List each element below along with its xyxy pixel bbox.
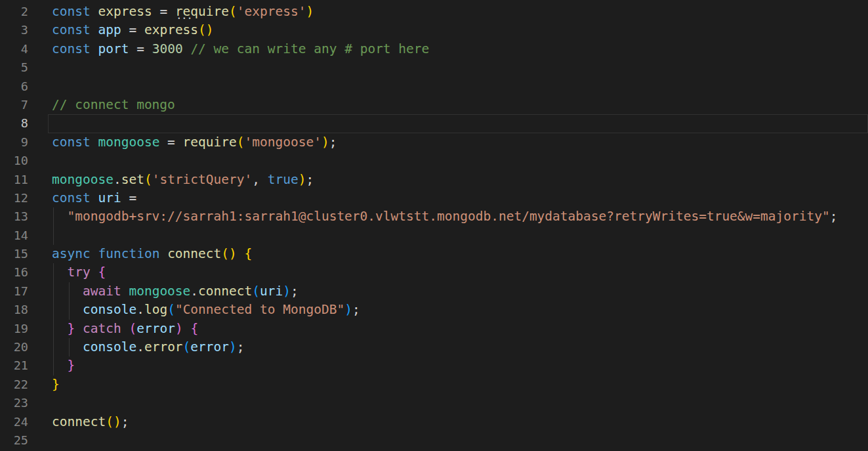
code-line-text[interactable]: mongoose.set('strictQuery', true); [52, 171, 868, 189]
code-line-text[interactable]: } [52, 376, 868, 394]
code-line[interactable]: 4const port = 3000 // we can write any #… [0, 40, 868, 58]
code-token: = [152, 4, 175, 19]
code-line[interactable]: 6 [0, 77, 868, 96]
code-line-text[interactable]: connect(); [52, 413, 868, 431]
code-token: ) [306, 4, 314, 19]
code-token [52, 284, 83, 299]
code-line[interactable]: 11mongoose.set('strictQuery', true); [0, 171, 868, 189]
code-line-text[interactable]: console.log("Connected to MongoDB"); [52, 301, 868, 319]
code-token: ( [237, 135, 245, 150]
code-token: { [190, 321, 198, 336]
line-number: 23 [0, 394, 28, 412]
code-token [52, 265, 67, 280]
code-line-text[interactable] [52, 394, 868, 412]
code-line-text[interactable]: console.error(error); [52, 338, 868, 356]
code-line-text[interactable]: } [52, 356, 868, 375]
code-line[interactable]: 19 } catch (error) { [0, 320, 868, 338]
code-token: catch [83, 321, 121, 336]
line-number: 13 [0, 207, 28, 226]
code-line[interactable]: 16 try { [0, 263, 868, 282]
line-number: 7 [0, 96, 28, 114]
code-area[interactable]: 2const express = require('express')3cons… [0, 3, 868, 450]
code-token: express [144, 22, 198, 37]
code-token: port [98, 41, 129, 56]
code-line-text[interactable] [52, 226, 868, 245]
code-line[interactable]: 9const mongoose = require('mongoose'); [0, 133, 868, 152]
line-number: 22 [0, 376, 28, 394]
code-line-text[interactable]: const express = require('express') [52, 3, 868, 21]
indent-guide [53, 226, 54, 245]
code-line[interactable]: 25 [0, 431, 868, 450]
code-token: () [198, 22, 213, 37]
code-line-text[interactable]: const app = express() [52, 21, 868, 39]
code-token: try [67, 265, 90, 280]
code-editor[interactable]: 2const express = require('express')3cons… [0, 0, 868, 451]
code-line-text[interactable] [52, 431, 868, 450]
code-token: } [67, 358, 75, 373]
code-token: , [252, 172, 267, 187]
code-line[interactable]: 2const express = require('express') [0, 3, 868, 21]
code-line[interactable]: 18 console.log("Connected to MongoDB"); [0, 301, 868, 319]
code-token: error [136, 321, 175, 336]
code-line[interactable]: 15async function connect() { [0, 245, 868, 263]
code-token: async [52, 246, 91, 261]
line-number: 19 [0, 320, 28, 338]
line-number: 9 [0, 133, 28, 152]
code-line-active[interactable]: 8 [0, 114, 868, 133]
code-line[interactable]: 3const app = express() [0, 21, 868, 39]
code-token: . [190, 284, 198, 299]
indent-guide [53, 263, 54, 282]
code-line-text[interactable]: // connect mongo [52, 96, 868, 114]
code-line-text[interactable]: "mongodb+srv://sarrah1:sarrah1@cluster0.… [52, 207, 868, 226]
code-line-text[interactable] [52, 114, 868, 133]
code-line-text[interactable]: const uri = [52, 189, 868, 207]
code-line[interactable]: 20 console.error(error); [0, 338, 868, 356]
code-line[interactable]: 13 "mongodb+srv://sarrah1:sarrah1@cluste… [0, 207, 868, 226]
code-line[interactable]: 5 [0, 58, 868, 77]
code-token: = [129, 41, 152, 56]
line-number: 17 [0, 282, 28, 301]
code-token: = [121, 22, 144, 37]
code-token: ) [344, 302, 352, 317]
code-token: { [98, 265, 106, 280]
line-number: 18 [0, 301, 28, 319]
code-token: await [83, 284, 121, 299]
code-token: } [67, 321, 75, 336]
code-line-text[interactable] [52, 77, 868, 96]
line-number: 8 [0, 114, 28, 133]
code-line[interactable]: 12const uri = [0, 189, 868, 207]
code-token: const [52, 4, 91, 19]
code-line-text[interactable]: try { [52, 263, 868, 282]
code-token [183, 321, 191, 336]
code-token: ( [229, 4, 237, 19]
code-line[interactable]: 10 [0, 152, 868, 170]
code-line-text[interactable]: await mongoose.connect(uri); [52, 282, 868, 301]
code-line[interactable]: 21 } [0, 356, 868, 375]
indent-guide [69, 282, 70, 301]
code-line-text[interactable] [52, 58, 868, 77]
line-number: 4 [0, 40, 28, 58]
code-line-text[interactable]: } catch (error) { [52, 320, 868, 338]
code-line[interactable]: 22} [0, 376, 868, 394]
code-line-text[interactable]: const port = 3000 // we can write any # … [52, 40, 868, 58]
code-line[interactable]: 24connect(); [0, 413, 868, 431]
code-token: ; [830, 209, 838, 224]
code-token: const [52, 190, 91, 205]
code-token: // we can write any # port here [190, 41, 429, 56]
code-line-text[interactable]: const mongoose = require('mongoose'); [52, 133, 868, 152]
code-line-text[interactable]: async function connect() { [52, 245, 868, 263]
code-token: = [121, 190, 136, 205]
code-line[interactable]: 14 [0, 226, 868, 245]
code-token: set [121, 172, 144, 187]
code-token: log [144, 302, 167, 317]
code-line[interactable]: 7// connect mongo [0, 96, 868, 114]
code-line[interactable]: 23 [0, 394, 868, 412]
code-token [121, 284, 129, 299]
code-token: mongoose [52, 172, 114, 187]
code-line-text[interactable] [52, 152, 868, 170]
code-line[interactable]: 17 await mongoose.connect(uri); [0, 282, 868, 301]
code-token [52, 339, 83, 354]
indent-guide [53, 356, 54, 375]
code-token [159, 246, 167, 261]
code-token: connect [52, 414, 106, 429]
